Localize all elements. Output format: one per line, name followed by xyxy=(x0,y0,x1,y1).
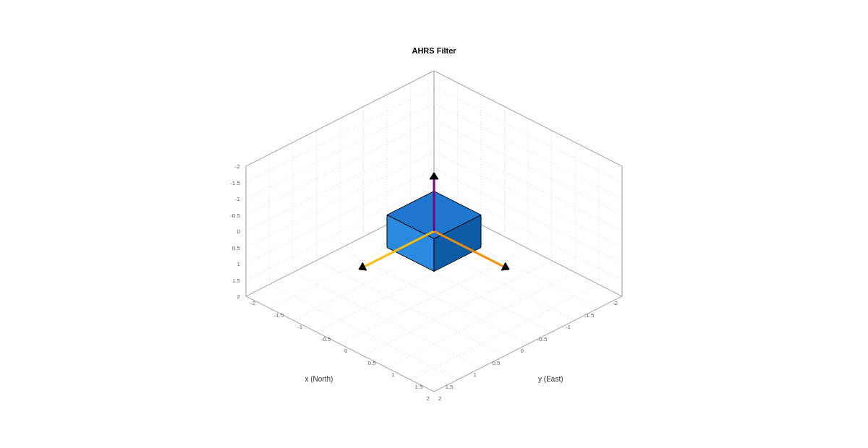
svg-text:-1.5: -1.5 xyxy=(274,312,284,319)
svg-text:-2: -2 xyxy=(235,163,241,170)
axes-3d[interactable]: -2-1.5-1-0.500.511.52-2-1.5-1-0.500.511.… xyxy=(217,36,651,412)
svg-text:-0.5: -0.5 xyxy=(321,336,331,343)
svg-text:0.5: 0.5 xyxy=(368,360,377,366)
figure: AHRS Filter -2-1.5-1-0.500.511.52-2-1.5-… xyxy=(217,36,651,412)
svg-text:-2: -2 xyxy=(613,300,618,306)
x-axis-label: x (North) xyxy=(305,375,333,383)
svg-text:-0.5: -0.5 xyxy=(537,336,548,343)
svg-text:-1: -1 xyxy=(566,324,571,330)
svg-text:0: 0 xyxy=(521,348,524,354)
svg-text:-1.5: -1.5 xyxy=(230,180,240,186)
svg-text:1.5: 1.5 xyxy=(232,277,241,284)
svg-text:1: 1 xyxy=(237,261,241,267)
svg-text:2: 2 xyxy=(427,395,430,402)
svg-text:1: 1 xyxy=(391,371,395,378)
svg-text:0.5: 0.5 xyxy=(232,245,241,251)
svg-text:0.5: 0.5 xyxy=(492,360,501,366)
svg-text:1: 1 xyxy=(474,371,477,378)
svg-text:-1: -1 xyxy=(235,196,241,202)
svg-text:-0.5: -0.5 xyxy=(230,212,240,219)
svg-text:2: 2 xyxy=(438,395,442,402)
svg-text:0: 0 xyxy=(344,348,348,354)
chart-title: AHRS Filter xyxy=(217,46,651,55)
svg-text:2: 2 xyxy=(237,293,241,300)
svg-text:-2: -2 xyxy=(250,300,256,306)
svg-text:1.5: 1.5 xyxy=(415,384,424,390)
svg-text:1.5: 1.5 xyxy=(445,384,454,390)
y-axis-label: y (East) xyxy=(538,375,563,383)
svg-text:-1: -1 xyxy=(297,324,303,330)
svg-text:-1.5: -1.5 xyxy=(584,312,595,319)
svg-text:0: 0 xyxy=(237,228,241,235)
